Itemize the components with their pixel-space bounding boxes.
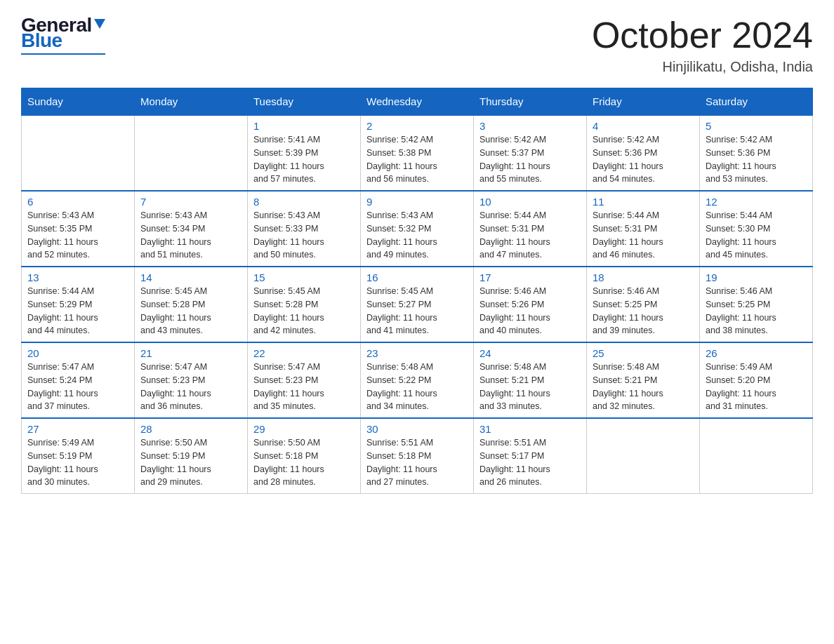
calendar-cell: 6Sunrise: 5:43 AM Sunset: 5:35 PM Daylig…: [22, 191, 135, 267]
day-number: 13: [27, 271, 128, 283]
calendar-cell: 25Sunrise: 5:48 AM Sunset: 5:21 PM Dayli…: [587, 342, 700, 418]
calendar-cell: [135, 115, 248, 191]
day-info: Sunrise: 5:45 AM Sunset: 5:27 PM Dayligh…: [366, 285, 468, 337]
calendar-cell: 9Sunrise: 5:43 AM Sunset: 5:32 PM Daylig…: [361, 191, 474, 267]
day-number: 7: [140, 196, 241, 208]
calendar-cell: 8Sunrise: 5:43 AM Sunset: 5:33 PM Daylig…: [248, 191, 361, 267]
calendar-cell: 30Sunrise: 5:51 AM Sunset: 5:18 PM Dayli…: [361, 418, 474, 494]
calendar-cell: 14Sunrise: 5:45 AM Sunset: 5:28 PM Dayli…: [135, 267, 248, 342]
day-number: 2: [366, 120, 468, 132]
calendar-week-row: 13Sunrise: 5:44 AM Sunset: 5:29 PM Dayli…: [22, 267, 813, 342]
calendar-cell: 20Sunrise: 5:47 AM Sunset: 5:24 PM Dayli…: [22, 342, 135, 418]
day-number: 19: [706, 271, 807, 283]
calendar-cell: 17Sunrise: 5:46 AM Sunset: 5:26 PM Dayli…: [474, 267, 587, 342]
day-of-week-header: Monday: [135, 88, 248, 116]
day-info: Sunrise: 5:43 AM Sunset: 5:35 PM Dayligh…: [27, 209, 128, 262]
day-of-week-header: Wednesday: [361, 88, 474, 116]
calendar-cell: 10Sunrise: 5:44 AM Sunset: 5:31 PM Dayli…: [474, 191, 587, 267]
day-number: 4: [593, 120, 694, 132]
day-number: 8: [253, 196, 355, 208]
day-number: 29: [253, 423, 355, 435]
day-number: 20: [27, 347, 128, 359]
day-info: Sunrise: 5:49 AM Sunset: 5:19 PM Dayligh…: [27, 436, 128, 489]
day-info: Sunrise: 5:46 AM Sunset: 5:25 PM Dayligh…: [593, 285, 694, 337]
day-info: Sunrise: 5:48 AM Sunset: 5:22 PM Dayligh…: [366, 361, 468, 413]
day-of-week-header: Friday: [587, 88, 700, 116]
day-number: 23: [366, 347, 468, 359]
day-info: Sunrise: 5:43 AM Sunset: 5:32 PM Dayligh…: [366, 209, 468, 262]
day-info: Sunrise: 5:44 AM Sunset: 5:30 PM Dayligh…: [706, 209, 807, 262]
calendar-table: SundayMondayTuesdayWednesdayThursdayFrid…: [21, 88, 813, 494]
day-number: 18: [593, 271, 694, 283]
day-info: Sunrise: 5:42 AM Sunset: 5:36 PM Dayligh…: [706, 133, 807, 186]
day-info: Sunrise: 5:42 AM Sunset: 5:38 PM Dayligh…: [366, 133, 468, 186]
day-number: 21: [140, 347, 241, 359]
day-number: 17: [479, 271, 581, 283]
calendar-cell: 3Sunrise: 5:42 AM Sunset: 5:37 PM Daylig…: [474, 115, 587, 191]
calendar-week-row: 20Sunrise: 5:47 AM Sunset: 5:24 PM Dayli…: [22, 342, 813, 418]
calendar-header-row: SundayMondayTuesdayWednesdayThursdayFrid…: [22, 88, 813, 116]
day-info: Sunrise: 5:45 AM Sunset: 5:28 PM Dayligh…: [253, 285, 355, 337]
calendar-cell: 4Sunrise: 5:42 AM Sunset: 5:36 PM Daylig…: [587, 115, 700, 191]
calendar-cell: 13Sunrise: 5:44 AM Sunset: 5:29 PM Dayli…: [22, 267, 135, 342]
day-info: Sunrise: 5:44 AM Sunset: 5:29 PM Dayligh…: [27, 285, 128, 337]
day-number: 16: [366, 271, 468, 283]
day-number: 15: [253, 271, 355, 283]
day-number: 24: [479, 347, 581, 359]
day-info: Sunrise: 5:48 AM Sunset: 5:21 PM Dayligh…: [479, 361, 581, 413]
day-number: 1: [253, 120, 355, 132]
calendar-cell: [700, 418, 813, 494]
day-number: 25: [593, 347, 694, 359]
calendar-cell: 16Sunrise: 5:45 AM Sunset: 5:27 PM Dayli…: [361, 267, 474, 342]
calendar-cell: [22, 115, 135, 191]
day-info: Sunrise: 5:51 AM Sunset: 5:18 PM Dayligh…: [366, 436, 468, 489]
logo-underline: [21, 53, 105, 55]
calendar-cell: 24Sunrise: 5:48 AM Sunset: 5:21 PM Dayli…: [474, 342, 587, 418]
day-number: 10: [479, 196, 581, 208]
day-info: Sunrise: 5:42 AM Sunset: 5:37 PM Dayligh…: [479, 133, 581, 186]
day-info: Sunrise: 5:46 AM Sunset: 5:26 PM Dayligh…: [479, 285, 581, 337]
calendar-cell: 19Sunrise: 5:46 AM Sunset: 5:25 PM Dayli…: [700, 267, 813, 342]
calendar-week-row: 27Sunrise: 5:49 AM Sunset: 5:19 PM Dayli…: [22, 418, 813, 494]
day-info: Sunrise: 5:44 AM Sunset: 5:31 PM Dayligh…: [479, 209, 581, 262]
day-info: Sunrise: 5:47 AM Sunset: 5:23 PM Dayligh…: [253, 361, 355, 413]
calendar-cell: 28Sunrise: 5:50 AM Sunset: 5:19 PM Dayli…: [135, 418, 248, 494]
day-info: Sunrise: 5:50 AM Sunset: 5:18 PM Dayligh…: [253, 436, 355, 489]
day-number: 9: [366, 196, 468, 208]
calendar-cell: 26Sunrise: 5:49 AM Sunset: 5:20 PM Dayli…: [700, 342, 813, 418]
day-info: Sunrise: 5:42 AM Sunset: 5:36 PM Dayligh…: [593, 133, 694, 186]
calendar-cell: 18Sunrise: 5:46 AM Sunset: 5:25 PM Dayli…: [587, 267, 700, 342]
day-number: 28: [140, 423, 241, 435]
day-of-week-header: Sunday: [22, 88, 135, 116]
logo-blue-text: Blue: [21, 29, 62, 52]
calendar-cell: 2Sunrise: 5:42 AM Sunset: 5:38 PM Daylig…: [361, 115, 474, 191]
day-of-week-header: Thursday: [474, 88, 587, 116]
day-info: Sunrise: 5:44 AM Sunset: 5:31 PM Dayligh…: [593, 209, 694, 262]
day-info: Sunrise: 5:43 AM Sunset: 5:33 PM Dayligh…: [253, 209, 355, 262]
calendar-cell: 12Sunrise: 5:44 AM Sunset: 5:30 PM Dayli…: [700, 191, 813, 267]
day-info: Sunrise: 5:47 AM Sunset: 5:24 PM Dayligh…: [27, 361, 128, 413]
calendar-cell: 11Sunrise: 5:44 AM Sunset: 5:31 PM Dayli…: [587, 191, 700, 267]
day-number: 31: [479, 423, 581, 435]
day-number: 3: [479, 120, 581, 132]
day-info: Sunrise: 5:50 AM Sunset: 5:19 PM Dayligh…: [140, 436, 241, 489]
day-number: 14: [140, 271, 241, 283]
day-number: 5: [706, 120, 807, 132]
calendar-cell: [587, 418, 700, 494]
day-number: 12: [706, 196, 807, 208]
day-info: Sunrise: 5:48 AM Sunset: 5:21 PM Dayligh…: [593, 361, 694, 413]
month-title: October 2024: [592, 14, 813, 56]
day-info: Sunrise: 5:46 AM Sunset: 5:25 PM Dayligh…: [706, 285, 807, 337]
calendar-cell: 5Sunrise: 5:42 AM Sunset: 5:36 PM Daylig…: [700, 115, 813, 191]
day-info: Sunrise: 5:45 AM Sunset: 5:28 PM Dayligh…: [140, 285, 241, 337]
calendar-week-row: 6Sunrise: 5:43 AM Sunset: 5:35 PM Daylig…: [22, 191, 813, 267]
calendar-week-row: 1Sunrise: 5:41 AM Sunset: 5:39 PM Daylig…: [22, 115, 813, 191]
page-header: General Blue October 2024 Hinjilikatu, O…: [21, 14, 813, 75]
title-block: October 2024 Hinjilikatu, Odisha, India: [592, 14, 813, 75]
logo: General Blue: [21, 14, 105, 55]
day-number: 6: [27, 196, 128, 208]
day-of-week-header: Saturday: [700, 88, 813, 116]
calendar-cell: 21Sunrise: 5:47 AM Sunset: 5:23 PM Dayli…: [135, 342, 248, 418]
calendar-cell: 1Sunrise: 5:41 AM Sunset: 5:39 PM Daylig…: [248, 115, 361, 191]
day-info: Sunrise: 5:43 AM Sunset: 5:34 PM Dayligh…: [140, 209, 241, 262]
